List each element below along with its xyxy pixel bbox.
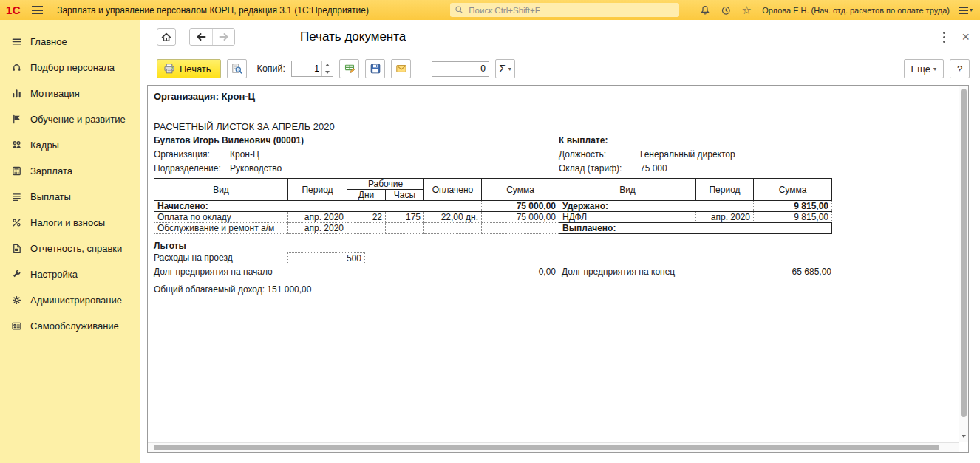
copies-increment-icon[interactable] [322,61,333,69]
debt-start-value: 0,00 [539,266,556,278]
forward-button[interactable] [212,29,234,45]
report-document-icon [11,243,22,254]
notifications-bell-icon[interactable] [698,4,712,17]
scroll-down-icon[interactable] [959,432,968,441]
main-content: Печать документа × Печать Копий [140,20,980,463]
sidebar-item-settings[interactable]: Настройка [0,261,140,287]
home-icon [160,31,172,43]
vertical-scrollbar[interactable] [959,86,968,442]
cell [347,223,386,234]
1c-logo: 1С [6,4,21,16]
horizontal-scrollbar[interactable] [148,442,959,452]
calculator-icon [11,165,22,176]
cell [482,223,559,234]
sidebar-item-reports[interactable]: Отчетность, справки [0,236,140,261]
headset-icon [11,62,22,73]
horizontal-scrollbar-thumb[interactable] [154,445,939,450]
col-header: Рабочие [347,179,424,190]
salary-value: 75 000 [640,163,667,174]
cell: апр. 2020 [288,212,347,223]
sidebar-item-training[interactable]: Обучение и развитие [0,106,140,132]
back-button[interactable] [190,29,212,45]
sidebar-item-label: Самообслуживание [30,320,119,332]
save-diskette-icon [370,63,381,75]
sidebar-item-administration[interactable]: Администрирование [0,287,140,313]
more-actions-label: Еще [911,64,930,75]
sidebar-item-payments[interactable]: Выплаты [0,184,140,210]
app-title: Зарплата и управление персоналом КОРП, р… [57,5,369,16]
back-arrow-icon [195,31,207,43]
sidebar-item-label: Отчетность, справки [30,243,122,254]
cell: 22,00 дн. [424,212,482,223]
col-header: Период [288,179,347,201]
save-button[interactable] [365,59,385,78]
vertical-scrollbar-thumb[interactable] [961,89,967,417]
benefits-section-label: Льготы [154,241,953,251]
search-input[interactable] [467,5,675,16]
benefit-name: Расходы на проезд [154,252,287,264]
payslip-title: РАСЧЕТНЫЙ ЛИСТОК ЗА АПРЕЛЬ 2020 [154,121,953,132]
sidebar-item-label: Налоги и взносы [30,217,105,228]
autosum-button[interactable]: Σ ▾ [495,59,515,78]
sidebar-item-label: Главное [30,36,67,47]
sidebar-item-taxes[interactable]: Налоги и взносы [0,210,140,236]
withheld-label: Удержано: [559,201,754,212]
sidebar-item-label: Подбор персонала [30,62,115,73]
col-header: Часы [386,190,424,201]
sidebar-item-label: Настройка [30,269,78,280]
wrench-icon [11,269,22,280]
payslip-document: Организация: Крон-Ц РАСЧЕТНЫЙ ЛИСТОК ЗА … [148,86,959,442]
table-settings-button[interactable] [339,59,359,78]
close-icon[interactable]: × [962,30,970,44]
preview-button[interactable] [227,59,247,78]
col-header: Период [696,179,754,201]
cell [424,223,482,234]
chevron-down-icon: ▾ [508,66,511,72]
sidebar-item-main[interactable]: Главное [0,29,140,55]
cell: Обслуживание и ремонт а/м [154,223,288,234]
sidebar-item-salary[interactable]: Зарплата [0,158,140,184]
panel-settings-icon[interactable]: ▾ [959,5,973,16]
main-menu-icon[interactable] [31,2,44,18]
cell: 22 [347,212,386,223]
debt-start-label: Долг предприятия на начало [154,266,273,278]
sidebar-item-motivation[interactable]: Мотивация [0,80,140,106]
menu-lines-icon [11,36,22,47]
toolbar: Печать Копий: [140,54,980,83]
help-button[interactable]: ? [950,59,970,78]
global-search[interactable] [450,3,679,17]
totals-row: Начислено: 75 000,00 Удержано: 9 815,00 [154,201,832,212]
more-actions-button[interactable]: Еще ▾ [904,59,944,78]
envelope-icon [395,63,407,75]
home-button[interactable] [157,28,176,46]
send-email-button[interactable] [391,59,411,78]
history-icon[interactable] [719,4,732,17]
cell: 175 [386,212,424,223]
copies-input[interactable] [292,61,321,76]
nav-history-group [189,28,235,46]
copies-decrement-icon[interactable] [322,69,333,76]
col-header: Вид [154,179,288,201]
flag-icon [11,114,22,125]
sidebar-item-hr[interactable]: Кадры [0,132,140,158]
people-icon [11,140,22,151]
sum-field[interactable] [432,61,489,77]
copies-stepper[interactable] [291,61,333,77]
col-header: Вид [559,179,696,201]
position-value: Генеральный директор [640,149,735,160]
favorites-star-icon[interactable]: ☆ [740,4,753,17]
debt-end-label: Долг предприятия на конец [562,266,675,278]
top-bar: 1С Зарплата и управление персоналом КОРП… [0,0,980,20]
sidebar-item-recruitment[interactable]: Подбор персонала [0,55,140,80]
sidebar-item-self-service[interactable]: Самообслуживание [0,313,140,339]
print-button[interactable]: Печать [157,59,221,78]
current-user[interactable]: Орлова Е.Н. (Нач. отд. расчетов по оплат… [762,6,950,15]
sidebar: Главное Подбор персонала Мотивация Обуче… [0,20,140,463]
list-icon [11,191,22,202]
bar-chart-icon [11,88,22,99]
cell: НДФЛ [559,212,696,223]
debt-end-value: 65 685,00 [792,266,831,278]
sidebar-item-label: Администрирование [30,295,122,306]
more-menu-kebab-icon[interactable] [939,29,950,45]
col-header: Сумма [754,179,832,201]
